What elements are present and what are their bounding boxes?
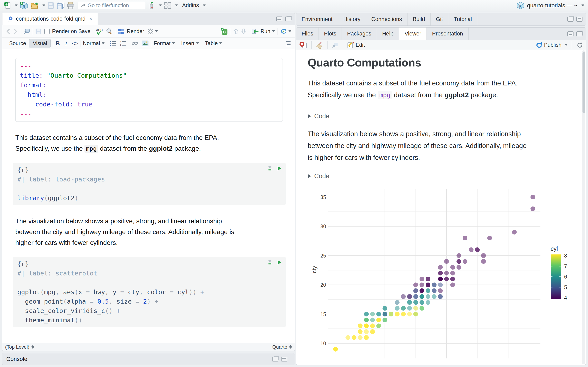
insert-chunk-icon[interactable]: C — [221, 28, 228, 35]
render-icon[interactable] — [118, 28, 125, 34]
version-control-caret-icon[interactable] — [159, 4, 162, 6]
code-chunk-load-packages[interactable]: {r}#| label: load-packageslibrary(ggplot… — [13, 163, 286, 205]
run-button[interactable]: Run — [260, 28, 270, 34]
spellcheck-icon[interactable]: ABC — [95, 28, 104, 35]
numbered-list-icon[interactable]: 12 — [120, 41, 126, 46]
editor-content[interactable]: ---title: "Quarto Computations"format: h… — [2, 49, 295, 343]
pane-restore-icon[interactable] — [576, 17, 582, 22]
pane-maximize-icon[interactable] — [567, 17, 573, 22]
render-settings-gear-icon[interactable] — [147, 28, 154, 34]
project-selector[interactable]: R quarto-tutorials — ~ — [516, 1, 584, 9]
rendered-document[interactable]: Quarto Computations This dataset contain… — [296, 50, 586, 365]
go-next-section-icon[interactable] — [241, 28, 246, 35]
image-icon[interactable] — [142, 40, 149, 47]
tab-git[interactable]: Git — [431, 13, 449, 25]
insert-dropdown[interactable]: Insert — [181, 40, 194, 47]
rerun-icon[interactable] — [280, 28, 287, 35]
insert-caret-icon[interactable] — [196, 42, 199, 44]
link-icon[interactable] — [131, 40, 138, 47]
pane-maximize-icon[interactable] — [576, 31, 582, 36]
minimize-icon[interactable] — [276, 17, 282, 21]
maximize-icon[interactable] — [285, 17, 291, 21]
publish-button[interactable]: Publish — [544, 42, 562, 48]
search-icon[interactable] — [106, 28, 113, 35]
paragraph-style-caret-icon[interactable] — [102, 42, 104, 44]
format-caret-icon[interactable] — [172, 42, 175, 44]
tab-files[interactable]: Files — [296, 27, 319, 40]
run-chunks-above-icon[interactable] — [267, 166, 273, 171]
panes-layout-icon[interactable] — [164, 2, 172, 9]
publish-icon[interactable] — [535, 42, 543, 49]
editor-tab-qmd[interactable]: computations-code-fold.qmd × — [2, 13, 98, 25]
run-chunks-above-icon[interactable] — [267, 259, 273, 265]
save-icon[interactable] — [35, 28, 42, 34]
code-fold-toggle-1[interactable]: Code — [308, 113, 586, 120]
tab-viewer[interactable]: Viewer — [399, 27, 427, 40]
source-mode-button[interactable]: Source — [6, 39, 29, 48]
edit-icon[interactable] — [347, 42, 354, 49]
outline-icon[interactable] — [284, 41, 291, 46]
tab-environment[interactable]: Environment — [296, 13, 338, 25]
render-caret-icon[interactable] — [155, 30, 158, 32]
code-format-button[interactable]: </> — [72, 41, 78, 46]
table-caret-icon[interactable] — [219, 42, 222, 44]
code-fold-toggle-2[interactable]: Code — [308, 173, 586, 180]
open-file-caret-icon[interactable] — [43, 4, 45, 6]
table-dropdown[interactable]: Table — [205, 40, 218, 47]
viewer-scrollbar[interactable] — [582, 50, 585, 364]
bold-button[interactable]: B — [56, 40, 60, 47]
render-on-save-checkbox[interactable] — [44, 29, 50, 34]
tab-tutorial[interactable]: Tutorial — [448, 13, 477, 25]
new-file-caret-icon[interactable] — [15, 4, 17, 6]
open-file-icon[interactable] — [30, 2, 39, 9]
stop-icon[interactable] — [299, 42, 307, 49]
scope-selector[interactable]: (Top Level) — [5, 344, 29, 350]
console-restore-icon[interactable] — [281, 357, 287, 361]
refresh-icon[interactable] — [576, 42, 583, 48]
print-icon[interactable] — [67, 2, 75, 9]
save-icon[interactable] — [47, 2, 54, 9]
yaml-front-matter-block[interactable]: ---title: "Quarto Computations"format: h… — [15, 58, 283, 122]
panes-caret-icon[interactable] — [175, 4, 178, 6]
edit-button[interactable]: Edit — [356, 42, 365, 48]
run-chunk-icon[interactable] — [277, 166, 282, 171]
version-control-icon[interactable] — [148, 1, 155, 9]
publish-caret-icon[interactable] — [565, 44, 568, 46]
paragraph-style-dropdown[interactable]: Normal — [83, 40, 100, 47]
tab-help[interactable]: Help — [377, 27, 399, 40]
goto-file-input[interactable]: Go to file/function — [78, 2, 145, 9]
italic-button[interactable]: I — [65, 40, 67, 47]
filetype-selector-arrows-icon[interactable] — [289, 345, 292, 349]
back-icon[interactable] — [6, 29, 11, 34]
pane-minimize-icon[interactable] — [567, 31, 573, 36]
visual-mode-button[interactable]: Visual — [29, 39, 51, 48]
run-chunk-icon[interactable] — [277, 260, 282, 265]
tab-close-icon[interactable]: × — [89, 16, 92, 22]
go-previous-section-icon[interactable] — [233, 28, 239, 35]
broom-icon[interactable] — [316, 42, 323, 49]
scrollbar-thumb[interactable] — [582, 52, 585, 113]
editor-paragraph-1[interactable]: This dataset contains a subset of the fu… — [15, 132, 287, 154]
console-maximize-icon[interactable] — [272, 357, 278, 361]
tab-build[interactable]: Build — [407, 13, 431, 25]
bullet-list-icon[interactable] — [110, 41, 116, 46]
tab-plots[interactable]: Plots — [319, 27, 342, 40]
new-project-icon[interactable]: R — [20, 1, 28, 9]
rerun-caret-icon[interactable] — [288, 30, 291, 32]
format-dropdown[interactable]: Format — [154, 40, 171, 47]
tab-connections[interactable]: Connections — [366, 13, 407, 25]
tab-packages[interactable]: Packages — [342, 27, 377, 40]
tab-presentation[interactable]: Presentation — [427, 27, 468, 40]
run-caret-icon[interactable] — [272, 30, 275, 32]
scope-selector-arrows-icon[interactable] — [31, 345, 34, 349]
popout-icon[interactable] — [23, 28, 30, 34]
run-icon[interactable] — [251, 28, 259, 34]
save-all-icon[interactable] — [56, 2, 65, 9]
editor-paragraph-2[interactable]: The visualization below shows a positive… — [15, 216, 287, 248]
filetype-selector[interactable]: Quarto — [272, 344, 287, 350]
popout-icon[interactable] — [332, 42, 339, 48]
code-chunk-scatterplot[interactable]: {r}#| label: scatterplotggplot(mpg, aes(… — [13, 257, 286, 327]
addins-button[interactable]: Addins — [182, 2, 199, 8]
new-file-icon[interactable] — [4, 2, 11, 9]
forward-icon[interactable] — [12, 29, 18, 34]
